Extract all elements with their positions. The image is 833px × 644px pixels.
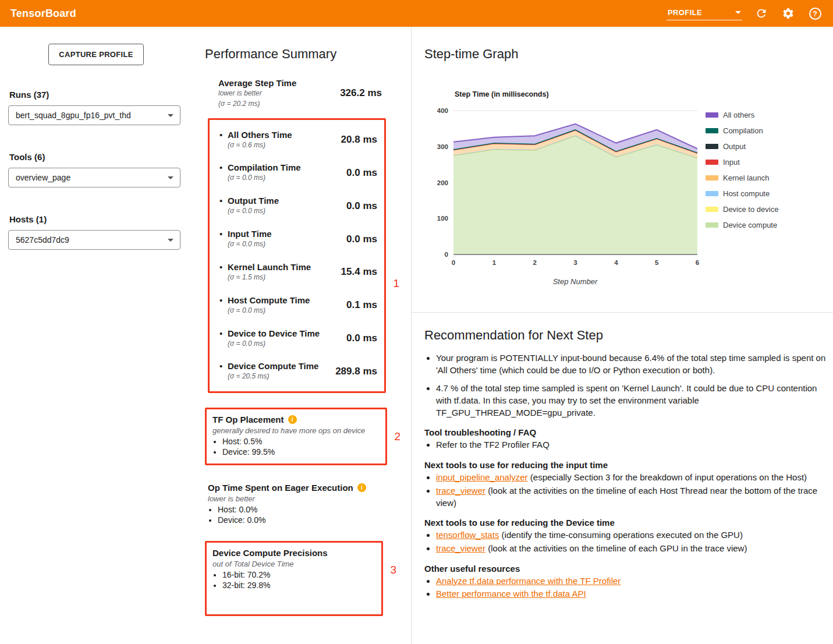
metric-row: • Device Compute Time (σ = 20.5 ms) 289.… — [215, 355, 380, 388]
runs-group: Runs (37) bert_squad_8gpu_fp16_pvt_thd — [8, 90, 180, 125]
tfdata-api-link[interactable]: Better performance with the tf.data API — [436, 589, 586, 599]
metric-label: Kernel Launch Time — [228, 262, 311, 272]
runs-select-value: bert_squad_8gpu_fp16_pvt_thd — [16, 111, 131, 120]
dashboard-selector[interactable]: PROFILE — [667, 6, 742, 20]
annotation-box-3: 3 Device Compute Precisions out of Total… — [205, 541, 383, 616]
metric-value: 20.8 ms — [341, 134, 377, 146]
metric-label: Device to Device Time — [228, 328, 320, 338]
capture-profile-button[interactable]: CAPTURE PROFILE — [48, 44, 143, 65]
runs-label: Runs (37) — [9, 90, 180, 100]
tf-op-placement-list: Host: 0.5% Device: 99.5% — [212, 437, 380, 457]
eager-execution-section: Op Time Spent on Eager Execution i lower… — [208, 483, 382, 525]
metric-row: • All Others Time (σ = 0.6 ms) 20.8 ms — [215, 123, 380, 157]
metric-label: All Others Time — [228, 130, 292, 140]
hosts-label: Hosts (1) — [9, 214, 180, 224]
eager-execution-list: Host: 0.0% Device: 0.0% — [208, 505, 382, 525]
metric-row: • Host Compute Time (σ = 0.0 ms) 0.1 ms — [215, 289, 380, 322]
step-time-chart: Step Time (in milliseconds) Step Number … — [429, 85, 720, 295]
recommendation-bullets: Your program is POTENTIALLY input-bound … — [424, 352, 827, 419]
step-time-panel: Step-time Graph Step Time (in millisecon… — [411, 27, 833, 644]
metric-sigma: (σ = 0.0 ms) — [228, 240, 272, 249]
annotation-box-1: 1 • All Others Time (σ = 0.6 ms) 20.8 ms… — [208, 118, 386, 394]
tensorboard-app: TensorBoard PROFILE ? CAPTURE PROFILE — [0, 0, 833, 644]
hosts-select[interactable]: 5627c5dd7dc9 — [8, 230, 180, 250]
y-tick-label: 400 — [437, 107, 448, 114]
tools-select[interactable]: overview_page — [8, 168, 180, 187]
metric-value: 15.4 ms — [341, 266, 377, 278]
list-item: trace_viewer (look at the activities on … — [436, 485, 827, 509]
dashboard-selector-value: PROFILE — [668, 8, 702, 17]
bullet: • — [219, 295, 228, 316]
trace-viewer-link[interactable]: trace_viewer — [436, 486, 485, 496]
x-tick-label: 1 — [492, 259, 497, 266]
tools-group: Tools (6) overview_page — [8, 152, 180, 187]
tf-op-placement-title: TF Op Placement — [212, 415, 284, 424]
metric-sigma: (σ = 0.0 ms) — [228, 174, 301, 183]
metric-sigma: (σ = 20.2 ms) — [218, 100, 296, 109]
recommendation-bullet: 4.7 % of the total step time sampled is … — [436, 383, 827, 419]
legend-label: Device to device — [723, 205, 778, 214]
step-time-chart-area: Step Time (in milliseconds) Step Number … — [429, 85, 720, 295]
metric-label: Host Compute Time — [228, 295, 310, 305]
metric-label: Input Time — [228, 229, 272, 239]
precisions-title: Device Compute Precisions — [212, 548, 375, 558]
bullet: • — [219, 328, 228, 349]
y-tick-label: 300 — [437, 143, 448, 150]
annotation-box-2: 2 TF Op Placement i generally desired to… — [205, 408, 387, 465]
bullet: • — [219, 162, 228, 183]
metric-sigma: (σ = 20.5 ms) — [228, 372, 318, 381]
legend-swatch — [706, 144, 718, 149]
settings-button[interactable] — [781, 6, 796, 21]
trace-viewer-link[interactable]: trace_viewer — [436, 543, 485, 553]
chevron-down-icon — [168, 239, 173, 242]
legend-label: Input — [723, 158, 740, 167]
device-tools-section: Next tools to use for reducing the Devic… — [424, 518, 827, 554]
recommendation-title: Recommendation for Next Step — [424, 328, 827, 343]
legend-swatch — [706, 160, 718, 165]
bullet: • — [219, 196, 228, 216]
precisions-list: 16-bit: 70.2% 32-bit: 29.8% — [212, 570, 375, 590]
precisions-note: out of Total Device Time — [212, 560, 375, 568]
reload-button[interactable] — [754, 6, 769, 21]
tools-label: Tools (6) — [9, 152, 180, 162]
tools-select-value: overview_page — [16, 173, 70, 182]
legend-label: Device compute — [723, 221, 777, 229]
metric-label: Output Time — [228, 196, 279, 206]
performance-summary-panel: Performance Summary Average Step Time lo… — [192, 27, 411, 644]
list-item: 16-bit: 70.2% — [222, 570, 375, 579]
info-icon[interactable]: i — [357, 483, 366, 492]
reload-icon — [755, 7, 768, 20]
x-tick-label: 5 — [655, 259, 659, 266]
info-icon[interactable]: i — [288, 415, 297, 424]
chevron-down-icon — [735, 11, 741, 14]
tensorflow-stats-link[interactable]: tensorflow_stats — [436, 530, 499, 540]
list-item: trace_viewer (look at the activities on … — [436, 543, 827, 555]
legend-swatch — [706, 207, 718, 212]
legend-swatch — [706, 222, 718, 228]
metric-value: 326.2 ms — [340, 87, 382, 99]
x-tick-label: 2 — [533, 259, 536, 266]
legend-swatch — [706, 112, 718, 118]
sidebar: CAPTURE PROFILE Runs (37) bert_squad_8gp… — [0, 27, 192, 644]
chevron-down-icon — [168, 176, 173, 179]
x-tick-label: 4 — [614, 259, 618, 266]
legend-label: Kernel launch — [723, 174, 770, 182]
runs-select[interactable]: bert_squad_8gpu_fp16_pvt_thd — [8, 105, 180, 125]
legend-swatch — [706, 175, 718, 181]
metric-value: 0.0 ms — [346, 167, 377, 179]
legend-item: Host compute — [706, 189, 778, 198]
faq-heading: Tool troubleshooting / FAQ — [424, 427, 827, 437]
list-item: tensorflow_stats (identify the time-cons… — [436, 529, 827, 542]
device-tools-heading: Next tools to use for reducing the Devic… — [424, 518, 827, 528]
legend-label: Output — [723, 142, 746, 151]
average-step-time-row: Average Step Time lower is better (σ = 2… — [218, 78, 382, 109]
legend-item: Compilation — [706, 126, 778, 135]
input-pipeline-analyzer-link[interactable]: input_pipeline_analyzer — [436, 472, 528, 482]
list-item-text: Refer to the TF2 Profiler FAQ — [436, 440, 550, 450]
help-button[interactable]: ? — [807, 6, 823, 21]
list-item-text: (look at the activities on the timeline … — [485, 543, 747, 553]
legend-item: Kernel launch — [706, 174, 778, 182]
metric-label: Device Compute Time — [228, 361, 318, 371]
tfdata-performance-link[interactable]: Analyze tf.data performance with the TF … — [436, 576, 621, 586]
list-item-text: (look at the activities on the timeline … — [436, 486, 817, 508]
